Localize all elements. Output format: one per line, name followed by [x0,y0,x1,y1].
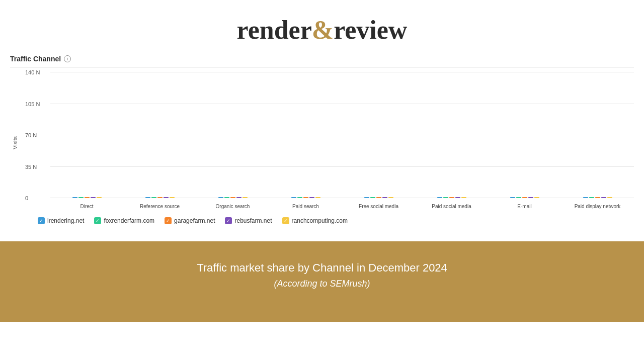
bar-1-3 [164,197,169,198]
grid-label-35n: 35 N [25,164,37,170]
legend-label-1: foxrenderfarm.com [104,217,154,224]
legend-check-4: ✓ [284,218,288,223]
logo-ampersand: & [312,16,334,44]
channel-label-3: Paid search [269,199,342,213]
bar-7-3 [601,197,606,198]
legend-checkbox-3[interactable]: ✓ [225,217,232,224]
channel-label-7: Paid display network [561,199,634,213]
bar-0-4 [97,197,102,198]
y-axis-label: Visits [10,72,20,213]
logo-before: render [237,16,312,44]
bars-area [50,72,634,198]
logo-after: review [334,16,407,44]
grid-label-105n: 105 N [25,101,40,107]
bar-1-0 [145,197,150,198]
bar-5-1 [443,197,448,198]
legend-item-4[interactable]: ✓ranchcomputing.com [282,217,348,224]
channel-group-1 [123,197,196,198]
bar-6-0 [510,197,515,198]
bar-7-2 [595,197,600,198]
channel-group-3 [269,197,342,198]
legend-label-0: irendering.net [47,217,84,224]
channel-group-7 [561,197,634,198]
bar-3-4 [315,197,320,198]
bar-1-2 [157,197,163,198]
legend-label-3: rebusfarm.net [234,217,272,224]
bar-0-3 [91,197,96,198]
bar-4-0 [364,197,369,198]
channel-label-2: Organic search [196,199,269,213]
channel-label-1: Reference source [123,199,196,213]
bar-6-2 [522,197,527,198]
bar-7-4 [607,197,612,198]
bar-6-3 [528,197,533,198]
bar-5-0 [437,197,442,198]
bar-4-3 [382,197,387,198]
divider [10,67,634,67]
grid-label-140n: 140 N [25,69,40,75]
channel-group-6 [488,197,561,198]
channel-group-0 [50,197,123,198]
bar-2-4 [243,197,248,198]
channel-labels: DirectReference sourceOrganic searchPaid… [50,199,634,213]
bar-0-1 [78,197,84,198]
legend-label-4: ranchcomputing.com [292,217,348,224]
legend-checkbox-2[interactable]: ✓ [165,217,172,224]
bar-4-1 [370,197,375,198]
logo-area: render&review [0,0,644,55]
chart-section: Traffic Channel i Visits 0 35 N [0,55,644,231]
legend-label-2: garagefarm.net [174,217,215,224]
channel-label-0: Direct [50,199,123,213]
bar-2-1 [224,197,229,198]
channel-group-4 [342,197,415,198]
legend: ✓irendering.net✓foxrenderfarm.com✓garage… [10,213,634,226]
bar-3-0 [291,197,296,198]
legend-check-3: ✓ [226,218,230,223]
legend-item-1[interactable]: ✓foxrenderfarm.com [94,217,154,224]
legend-check-2: ✓ [166,218,170,223]
bar-7-1 [589,197,594,198]
chart-container: Visits 0 35 N 70 N [10,72,634,213]
bar-6-1 [516,197,521,198]
chart-inner: 0 35 N 70 N 105 N 14 [23,72,634,213]
legend-check-0: ✓ [39,218,43,223]
footer-subtitle: (According to SEMrush) [10,279,634,289]
grid-label-0: 0 [25,195,28,201]
bar-5-4 [461,197,466,198]
legend-check-1: ✓ [96,218,100,223]
channel-label-5: Paid social media [415,199,488,213]
legend-checkbox-0[interactable]: ✓ [38,217,45,224]
footer-title: Traffic market share by Channel in Decem… [10,261,634,275]
bar-2-3 [236,197,242,198]
logo: render&review [237,16,408,44]
channel-group-2 [196,197,269,198]
legend-item-2[interactable]: ✓garagefarm.net [165,217,215,224]
bar-5-2 [449,197,454,198]
chart-title: Traffic Channel [10,55,61,63]
bar-7-0 [583,197,588,198]
bar-3-2 [303,197,308,198]
bar-2-0 [218,197,223,198]
chart-title-row: Traffic Channel i [10,55,634,63]
grid-label-70n: 70 N [25,132,37,138]
bar-4-2 [376,197,381,198]
channel-label-6: E-mail [488,199,561,213]
bar-6-4 [534,197,539,198]
legend-item-0[interactable]: ✓irendering.net [38,217,84,224]
info-icon[interactable]: i [64,55,71,62]
top-section: render&review Traffic Channel i Visits 0… [0,0,644,241]
legend-checkbox-4[interactable]: ✓ [282,217,289,224]
bar-3-3 [309,197,314,198]
bar-4-4 [388,197,393,198]
legend-checkbox-1[interactable]: ✓ [94,217,101,224]
bar-1-4 [170,197,175,198]
bar-0-2 [85,197,90,198]
channel-group-5 [415,197,488,198]
bar-3-1 [297,197,302,198]
bar-2-2 [230,197,235,198]
bar-5-3 [455,197,460,198]
bottom-section: Traffic market share by Channel in Decem… [0,241,644,322]
legend-item-3[interactable]: ✓rebusfarm.net [225,217,272,224]
bar-0-0 [72,197,77,198]
bar-1-1 [151,197,156,198]
